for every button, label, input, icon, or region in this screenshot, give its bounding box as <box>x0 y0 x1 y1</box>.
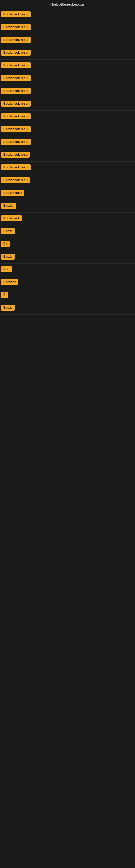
result-row: Bo <box>0 238 135 251</box>
result-row: Bottleneck <box>0 213 135 225</box>
bottleneck-badge[interactable]: Bo <box>1 241 10 247</box>
bottleneck-badge[interactable]: Bottleneck resul <box>1 139 31 145</box>
result-row: Bottleneck resul <box>0 9 135 22</box>
bottleneck-badge[interactable]: Bottleneck r <box>1 190 24 196</box>
result-row: Bottle <box>0 251 135 264</box>
bottleneck-badge[interactable]: Bottleneck resu <box>1 152 30 158</box>
bottleneck-badge[interactable]: Bottleneck resul <box>1 50 31 56</box>
bottleneck-badge[interactable]: Bottleneck resul <box>1 101 31 106</box>
bottleneck-badge[interactable]: Bottle <box>1 254 14 259</box>
result-row: Bottleneck resul <box>0 60 135 72</box>
site-header: TheBottlenecker.com <box>0 0 135 9</box>
result-row: Bottleneck resul <box>0 22 135 34</box>
result-row: Bottleneck resul <box>0 162 135 175</box>
result-row: Bottleneck resul <box>0 72 135 85</box>
result-row: B <box>0 289 135 302</box>
result-row: Bottleneck resu <box>0 175 135 187</box>
result-row: Bottleneck resul <box>0 123 135 136</box>
bottleneck-badge[interactable]: Bottleneck resul <box>1 164 31 170</box>
bottleneck-badge[interactable]: Bottleneck resul <box>1 126 31 132</box>
result-row: Bottleneck resul <box>0 98 135 111</box>
bottleneck-badge[interactable]: Bottleneck resul <box>1 24 31 30</box>
bottleneck-badge[interactable]: Bottleneck resul <box>1 113 31 119</box>
result-row: Bott <box>0 264 135 276</box>
bottleneck-badge[interactable]: Bottle <box>1 305 14 311</box>
bottleneck-badge[interactable]: Bottleneck resul <box>1 37 31 43</box>
site-title: TheBottlenecker.com <box>0 0 135 9</box>
bottleneck-badge[interactable]: Bottle <box>1 228 14 234</box>
result-row: Bottlen <box>0 200 135 213</box>
bottleneck-badge[interactable]: Bottleneck resul <box>1 11 31 18</box>
result-row: Bottle <box>0 302 135 315</box>
results-container: Bottleneck resulBottleneck resulBottlene… <box>0 9 135 315</box>
bottleneck-badge[interactable]: Bottlen <box>1 203 16 209</box>
bottleneck-badge[interactable]: Bottleneck resul <box>1 62 31 68</box>
result-row: Bottle <box>0 225 135 238</box>
result-row: Bottleneck resul <box>0 136 135 149</box>
bottleneck-badge[interactable]: Bottleneck resu <box>1 177 30 183</box>
result-row: Bottlene <box>0 276 135 289</box>
result-row: Bottleneck resul <box>0 47 135 60</box>
bottleneck-badge[interactable]: Bottleneck resul <box>1 75 31 81</box>
bottleneck-badge[interactable]: B <box>1 292 8 298</box>
bottleneck-badge[interactable]: Bottleneck <box>1 215 22 221</box>
bottleneck-badge[interactable]: Bottlene <box>1 279 18 285</box>
bottleneck-badge[interactable]: Bottleneck resul <box>1 88 31 94</box>
result-row: Bottleneck resu <box>0 149 135 162</box>
result-row: Bottleneck resul <box>0 34 135 47</box>
result-row: Bottleneck resul <box>0 85 135 98</box>
result-row: Bottleneck resul <box>0 111 135 123</box>
result-row: Bottleneck r <box>0 187 135 200</box>
bottleneck-badge[interactable]: Bott <box>1 267 12 272</box>
